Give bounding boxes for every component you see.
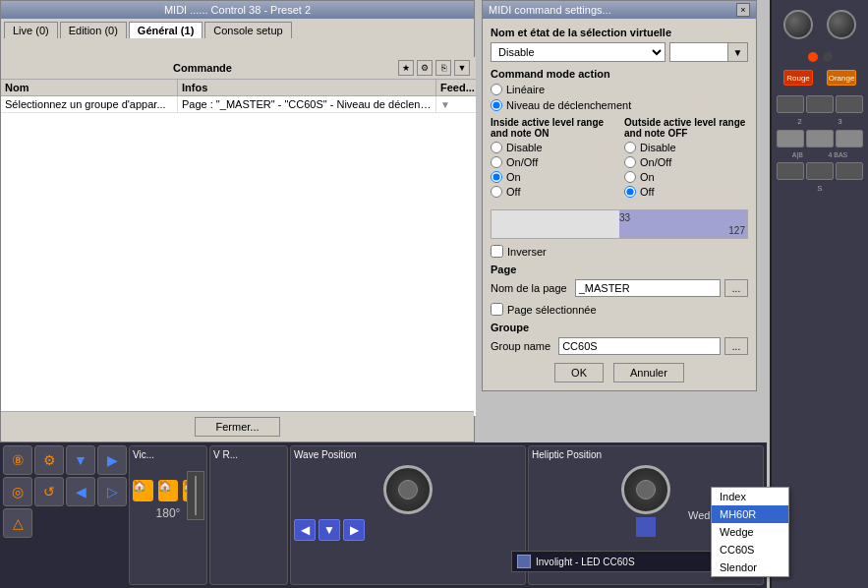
vr-title: V R...	[213, 449, 284, 460]
second-select-arrow[interactable]: ▼	[727, 43, 747, 61]
outside-disable-radio[interactable]	[624, 142, 636, 153]
copy-icon-btn[interactable]: ⎘	[435, 60, 451, 76]
dialog-close-button[interactable]: ×	[736, 3, 750, 17]
commande-header: Commande ★ ⚙ ⎘ ▼	[1, 57, 476, 80]
inside-onoff-label: On/Off	[506, 156, 538, 168]
knob-right[interactable]	[827, 10, 856, 39]
icon-gear[interactable]: ⚙	[34, 445, 64, 475]
level-slider[interactable]: 33 127	[491, 209, 748, 239]
vic-slider-track	[195, 476, 197, 515]
key-a[interactable]	[777, 130, 804, 147]
label-2: 2	[797, 117, 801, 126]
vr-panel: V R...	[209, 445, 288, 585]
inverser-label: Inverser	[507, 246, 547, 258]
heliptic-position-knob[interactable]	[621, 465, 670, 514]
tabs-bar: Live (0) Edition (0) Général (1) Console…	[1, 19, 474, 38]
page-selectionnee-label: Page sélectionnée	[507, 304, 597, 316]
context-menu-item-wedge[interactable]: Wedge	[712, 523, 788, 541]
outside-disable-label: Disable	[640, 142, 676, 153]
context-menu-item-slendor[interactable]: Slendor	[712, 559, 788, 576]
second-select-box[interactable]: ▼	[669, 42, 748, 62]
outside-on-radio[interactable]	[624, 171, 636, 183]
slider-left-value: 33	[619, 212, 630, 223]
vic-icon-1[interactable]: 🏠	[133, 480, 153, 501]
inside-onoff-radio[interactable]	[491, 156, 502, 168]
inside-disable-radio[interactable]	[491, 142, 502, 153]
wave-right-btn[interactable]: ▶	[343, 519, 365, 541]
icon-row-1: ⑧ ⚙ ▼ ▶	[3, 445, 127, 475]
disable-select[interactable]: Disable	[491, 42, 665, 62]
page-dots-button[interactable]: ...	[724, 279, 748, 297]
tab-general[interactable]: Général (1)	[129, 22, 203, 38]
key-1[interactable]	[777, 95, 804, 113]
context-menu-item-mh60r[interactable]: MH60R	[712, 505, 788, 523]
gear-icon-btn[interactable]: ⚙	[417, 60, 433, 76]
group-name-row: Group name CC60S ...	[491, 337, 748, 355]
context-menu-item-cc60s[interactable]: CC60S	[712, 541, 788, 559]
key-row-s	[772, 160, 868, 182]
context-menu-item-index[interactable]: Index	[712, 488, 788, 505]
ok-button[interactable]: OK	[554, 363, 604, 382]
nom-etat-label: Nom et état de la sélection virtuelle	[491, 27, 748, 38]
label-3: 3	[838, 117, 841, 126]
key-s2[interactable]	[806, 162, 834, 180]
page-selectionnee-checkbox[interactable]	[491, 303, 503, 316]
ok-cancel-row: OK Annuler	[491, 363, 748, 382]
inside-off-row: Off	[491, 186, 614, 198]
fermer-button[interactable]: Fermer...	[195, 417, 279, 437]
outside-off-radio[interactable]	[624, 186, 636, 198]
inside-label: Inside active level range and note ON	[491, 117, 614, 139]
icon-circle[interactable]: ◎	[3, 477, 32, 506]
tab-edition[interactable]: Edition (0)	[60, 22, 127, 38]
fermer-bar: Fermer...	[1, 411, 474, 441]
icon-right-1[interactable]: ▶	[97, 445, 127, 475]
main-window: MIDI ...... Control 38 - Preset 2 Live (…	[0, 0, 475, 442]
table-row[interactable]: Sélectionnez un groupe d'appar... Page :…	[1, 96, 476, 113]
icon-down-1[interactable]: ▼	[66, 445, 95, 475]
inverser-checkbox[interactable]	[491, 245, 503, 258]
key-s3[interactable]	[836, 162, 863, 180]
wave-panel: Wave Position ◀ ▼ ▶	[290, 445, 526, 585]
key-2[interactable]	[806, 95, 834, 113]
wave-down-btn[interactable]: ▼	[318, 519, 340, 541]
menu-icon-btn[interactable]: ▼	[454, 60, 470, 76]
niveau-label: Niveau de déclenchement	[506, 99, 631, 111]
icon-loop[interactable]: ↺	[34, 477, 64, 506]
icon-right-2[interactable]: ▷	[97, 477, 127, 506]
inside-on-radio[interactable]	[491, 171, 502, 183]
heliptic-color-block[interactable]	[636, 517, 656, 537]
groupe-section-label: Groupe	[491, 322, 748, 333]
indicator-row	[772, 52, 868, 62]
red-led	[808, 52, 818, 62]
group-dots-button[interactable]: ...	[724, 337, 748, 355]
wave-position-knob[interactable]	[383, 465, 433, 514]
star-icon-btn[interactable]: ★	[398, 60, 414, 76]
orange-button[interactable]: Orange	[827, 70, 856, 86]
outside-onoff-radio[interactable]	[624, 156, 636, 168]
inside-off-radio[interactable]	[491, 186, 502, 198]
annuler-button[interactable]: Annuler	[613, 363, 684, 382]
outside-label: Outside active level range and note OFF	[624, 117, 748, 139]
niveau-radio[interactable]	[491, 99, 502, 111]
rouge-button[interactable]: Rouge	[783, 70, 813, 86]
wave-left-btn[interactable]: ◀	[294, 519, 316, 541]
tab-live[interactable]: Live (0)	[4, 22, 58, 38]
page-name-input[interactable]: _MASTER	[575, 279, 721, 297]
page-section-label: Page	[491, 264, 748, 275]
key-s-labels: S	[772, 182, 868, 195]
inside-onoff-row: On/Off	[491, 156, 614, 168]
group-name-input[interactable]: CC60S	[558, 337, 721, 355]
lineaire-radio[interactable]	[491, 84, 502, 95]
knob-left[interactable]	[783, 10, 813, 39]
key-s1[interactable]	[777, 162, 804, 180]
key-c[interactable]	[836, 130, 863, 147]
key-b[interactable]	[806, 130, 834, 147]
tab-console-setup[interactable]: Console setup	[204, 22, 291, 38]
icon-left[interactable]: ◀	[66, 477, 95, 506]
lineaire-label: Linéaire	[506, 84, 545, 95]
icon-eight[interactable]: ⑧	[3, 445, 32, 475]
key-3[interactable]	[836, 95, 863, 113]
icon-triangle[interactable]: △	[3, 508, 32, 538]
vic-icon-2[interactable]: 🏠	[158, 480, 179, 501]
vic-slider[interactable]	[187, 471, 204, 520]
